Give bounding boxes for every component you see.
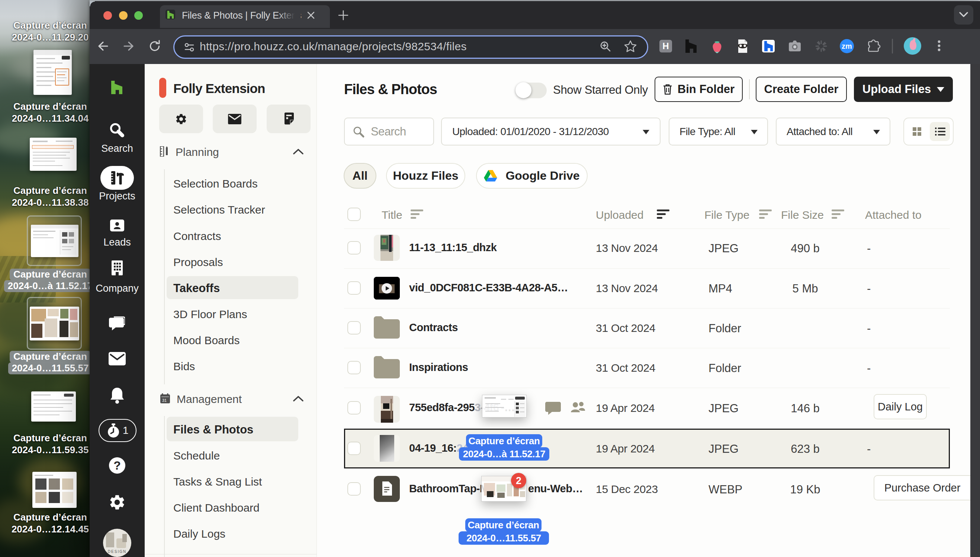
svg-text:31: 31: [162, 398, 167, 402]
